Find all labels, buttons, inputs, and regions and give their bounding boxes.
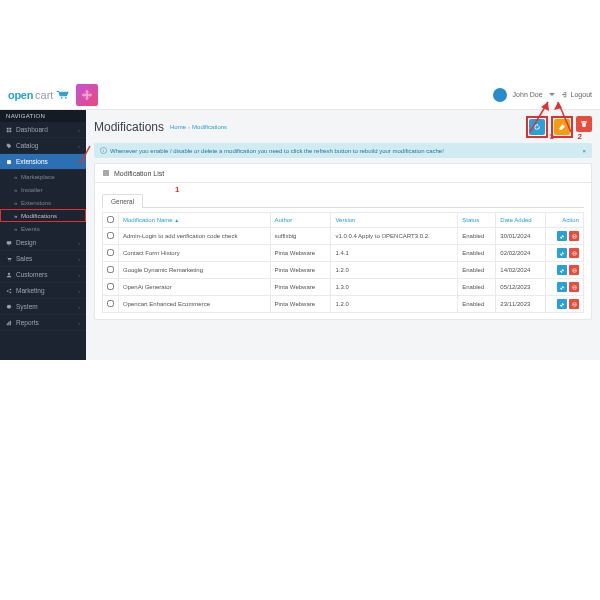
table-row: Google Dynamic RemarketingPinta Webware1… xyxy=(103,262,584,279)
modifications-table: Modification Name ▲ Author Version Statu… xyxy=(102,212,584,313)
svg-point-11 xyxy=(8,144,9,145)
col-date[interactable]: Date Added xyxy=(496,213,546,228)
minus-circle-icon xyxy=(572,302,577,307)
cell-status: Enabled xyxy=(458,228,496,245)
link-icon xyxy=(560,251,565,256)
bars-icon xyxy=(6,320,12,326)
cell-status: Enabled xyxy=(458,245,496,262)
cell-date: 02/02/2024 xyxy=(496,245,546,262)
chevron-right-icon: › xyxy=(78,256,80,262)
row-edit-button[interactable] xyxy=(557,265,567,275)
clear-button[interactable] xyxy=(554,119,570,135)
sidebar-sub-events[interactable]: » Events xyxy=(0,222,86,235)
delete-button[interactable] xyxy=(576,116,592,132)
svg-point-16 xyxy=(8,272,10,274)
row-disable-button[interactable] xyxy=(569,248,579,258)
gear-icon xyxy=(6,304,12,310)
desktop-icon xyxy=(6,240,12,246)
svg-rect-29 xyxy=(573,253,576,254)
tags-icon xyxy=(6,143,12,149)
chevron-right-icon: › xyxy=(78,143,80,149)
brand-text-1: open xyxy=(8,89,33,101)
dashboard-icon xyxy=(6,127,12,133)
svg-rect-21 xyxy=(7,323,8,325)
sidebar-item-system[interactable]: System› xyxy=(0,299,86,315)
breadcrumb: Home›Modifications xyxy=(170,124,227,130)
chevron-down-icon[interactable] xyxy=(549,93,555,96)
cell-status: Enabled xyxy=(458,262,496,279)
sidebar-sub-extensions[interactable]: » Extensions xyxy=(0,196,86,209)
cell-name: Google Dynamic Remarketing xyxy=(119,262,271,279)
row-edit-button[interactable] xyxy=(557,299,567,309)
logout-button[interactable]: Logout xyxy=(561,91,592,98)
col-version[interactable]: Version xyxy=(331,213,458,228)
col-name[interactable]: Modification Name ▲ xyxy=(119,213,271,228)
sidebar-sub-modifications[interactable]: » Modifications xyxy=(0,209,86,222)
cart-icon xyxy=(6,256,12,262)
svg-line-40 xyxy=(86,146,90,164)
row-checkbox[interactable] xyxy=(107,300,114,307)
svg-rect-10 xyxy=(9,130,11,132)
chevron-right-icon: › xyxy=(78,304,80,310)
annotation-1: 1 xyxy=(175,185,179,194)
chevron-right-icon: › xyxy=(78,240,80,246)
col-author[interactable]: Author xyxy=(270,213,331,228)
svg-point-1 xyxy=(65,96,67,98)
sidebar-item-dashboard[interactable]: Dashboard› xyxy=(0,122,86,138)
brand-logo[interactable]: opencart xyxy=(8,89,70,101)
sidebar-sub-marketplace[interactable]: » Marketplace xyxy=(0,170,86,183)
row-checkbox[interactable] xyxy=(107,249,114,256)
cell-date: 05/12/2023 xyxy=(496,279,546,296)
cell-name: Contact Form History xyxy=(119,245,271,262)
tab-general[interactable]: General xyxy=(102,194,143,208)
sidebar-item-customers[interactable]: Customers› xyxy=(0,267,86,283)
chevron-right-icon: › xyxy=(78,320,80,326)
svg-rect-9 xyxy=(7,130,9,132)
alert-close-button[interactable]: × xyxy=(582,148,586,154)
row-edit-button[interactable] xyxy=(557,231,567,241)
cell-name: Opencart Enhanced Ecommerce xyxy=(119,296,271,313)
cell-author: Pinta Webware xyxy=(270,245,331,262)
cell-author: Pinta Webware xyxy=(270,262,331,279)
row-disable-button[interactable] xyxy=(569,231,579,241)
cell-author: suffixbig xyxy=(270,228,331,245)
svg-rect-12 xyxy=(7,241,12,244)
row-disable-button[interactable] xyxy=(569,282,579,292)
sidebar-item-sales[interactable]: Sales› xyxy=(0,251,86,267)
col-action: Action xyxy=(545,213,583,228)
row-edit-button[interactable] xyxy=(557,282,567,292)
share-icon xyxy=(6,288,12,294)
sidebar-item-extensions[interactable]: Extensions▾ xyxy=(0,154,86,170)
refresh-button[interactable] xyxy=(529,119,545,135)
app-badge[interactable] xyxy=(76,84,98,106)
row-edit-button[interactable] xyxy=(557,248,567,258)
select-all-checkbox[interactable] xyxy=(107,216,114,223)
annotation-2: 2 xyxy=(578,132,582,141)
svg-rect-13 xyxy=(8,244,10,245)
breadcrumb-home[interactable]: Home xyxy=(170,124,186,130)
sidebar-item-marketing[interactable]: Marketing› xyxy=(0,283,86,299)
cell-date: 23/11/2023 xyxy=(496,296,546,313)
row-checkbox[interactable] xyxy=(107,283,114,290)
puzzle-icon xyxy=(6,159,12,165)
chevron-right-icon: › xyxy=(78,127,80,133)
top-header: opencart John Doe Logout xyxy=(0,80,600,110)
breadcrumb-current[interactable]: Modifications xyxy=(192,124,227,130)
col-status[interactable]: Status xyxy=(458,213,496,228)
user-name[interactable]: John Doe xyxy=(513,91,543,98)
sidebar-sub-installer[interactable]: » Installer xyxy=(0,183,86,196)
svg-text:i: i xyxy=(103,148,104,153)
row-checkbox[interactable] xyxy=(107,266,114,273)
cell-version: 1.3.0 xyxy=(331,279,458,296)
chevron-right-icon: › xyxy=(78,272,80,278)
svg-rect-33 xyxy=(573,287,576,288)
row-disable-button[interactable] xyxy=(569,299,579,309)
sidebar-item-catalog[interactable]: Catalog› xyxy=(0,138,86,154)
chevron-down-icon: ▾ xyxy=(77,158,80,165)
sidebar-item-design[interactable]: Design› xyxy=(0,235,86,251)
sidebar-item-reports[interactable]: Reports› xyxy=(0,315,86,331)
table-row: Admin-Login to add verification code che… xyxy=(103,228,584,245)
avatar[interactable] xyxy=(493,88,507,102)
row-checkbox[interactable] xyxy=(107,232,114,239)
row-disable-button[interactable] xyxy=(569,265,579,275)
